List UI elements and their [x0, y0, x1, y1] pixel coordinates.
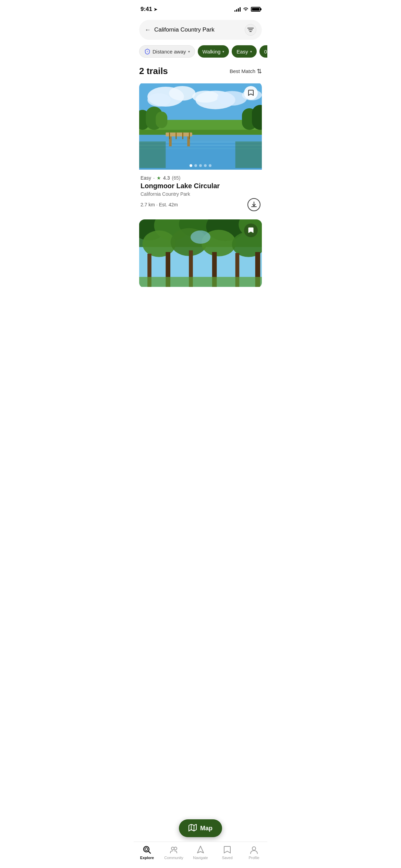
trail-location-1: California Country Park [141, 191, 260, 197]
difficulty-label-1: Easy [141, 175, 151, 181]
distance-shield-icon: + [144, 48, 150, 55]
filter-pill-distance[interactable]: + Distance away ▾ [139, 45, 195, 58]
back-button[interactable]: ← [145, 26, 151, 34]
filter-button[interactable] [245, 24, 256, 36]
search-bar[interactable]: ← California Country Park [139, 20, 262, 40]
star-icon-1: ★ [157, 175, 161, 181]
filter-pill-easy[interactable]: Easy ▾ [232, 45, 256, 58]
filter-icon [247, 27, 254, 32]
distance-chevron-icon: ▾ [188, 50, 190, 53]
rating-1: 4.3 [163, 175, 170, 181]
walking-chevron-icon: ▾ [222, 50, 224, 53]
svg-point-40 [143, 230, 176, 257]
trail-card-1[interactable]: Easy · ★ 4.3 (65) Longmoor Lake Circular… [139, 82, 262, 213]
svg-rect-24 [139, 142, 166, 168]
svg-rect-25 [235, 142, 262, 168]
trail-image-2 [139, 219, 262, 288]
bottom-spacer [134, 288, 267, 329]
svg-rect-29 [169, 132, 170, 139]
svg-rect-16 [156, 111, 167, 128]
svg-rect-32 [189, 132, 190, 139]
svg-point-7 [147, 93, 171, 107]
results-header: 2 trails Best Match ⇅ [134, 63, 267, 82]
bookmark-button-1[interactable] [244, 86, 258, 100]
sort-icon: ⇅ [257, 68, 262, 75]
wifi-icon [243, 7, 249, 12]
filter-pill-distance-km[interactable]: 0 km [259, 45, 267, 58]
signal-bars [234, 7, 241, 12]
trail-scene-1 [139, 82, 262, 171]
trail-stats-row-1: 2.7 km · Est. 42m [141, 198, 260, 211]
svg-rect-31 [182, 132, 183, 139]
trail-image-1 [139, 82, 262, 171]
location-arrow-icon: ➤ [154, 7, 158, 12]
easy-filter-label: Easy [236, 49, 248, 55]
filter-row: + Distance away ▾ Walking ▾ Easy ▾ 0 km [134, 45, 267, 63]
trail-meta-1: Easy · ★ 4.3 (65) [141, 175, 260, 181]
svg-point-51 [191, 230, 210, 244]
bookmark-button-2[interactable] [244, 224, 258, 237]
download-button-1[interactable] [247, 198, 260, 211]
battery-icon [251, 7, 260, 12]
sort-label: Best Match [230, 68, 255, 74]
svg-point-9 [192, 91, 219, 103]
download-icon-1 [251, 202, 257, 208]
sort-button[interactable]: Best Match ⇅ [230, 68, 262, 75]
trail-card-2[interactable] [139, 219, 262, 288]
search-text: California Country Park [154, 26, 241, 33]
filter-pill-walking[interactable]: Walking ▾ [198, 45, 229, 58]
trail-name-1: Longmoor Lake Circular [141, 182, 260, 190]
trail-stats-1: 2.7 km · Est. 42m [141, 202, 178, 207]
walking-filter-label: Walking [203, 49, 221, 55]
svg-rect-18 [252, 105, 262, 130]
status-time: 9:41 [141, 6, 152, 13]
reviews-1: (65) [172, 175, 180, 181]
distance-km-label: 0 km [264, 49, 267, 55]
status-bar: 9:41 ➤ [134, 0, 267, 17]
bookmark-icon-1 [248, 89, 254, 96]
results-count: 2 trails [139, 66, 168, 76]
svg-point-10 [217, 91, 247, 106]
svg-rect-20 [139, 135, 262, 141]
svg-rect-30 [175, 132, 177, 139]
carousel-dots-1 [190, 164, 211, 167]
bookmark-saved-icon-2 [248, 227, 254, 234]
easy-chevron-icon: ▾ [250, 50, 252, 53]
svg-point-6 [169, 86, 195, 101]
svg-text:+: + [147, 50, 148, 53]
distance-filter-label: Distance away [153, 49, 186, 55]
status-icons [234, 7, 260, 12]
trail-info-1: Easy · ★ 4.3 (65) Longmoor Lake Circular… [139, 171, 262, 213]
trail-scene-2 [139, 219, 262, 288]
svg-rect-50 [139, 277, 262, 287]
